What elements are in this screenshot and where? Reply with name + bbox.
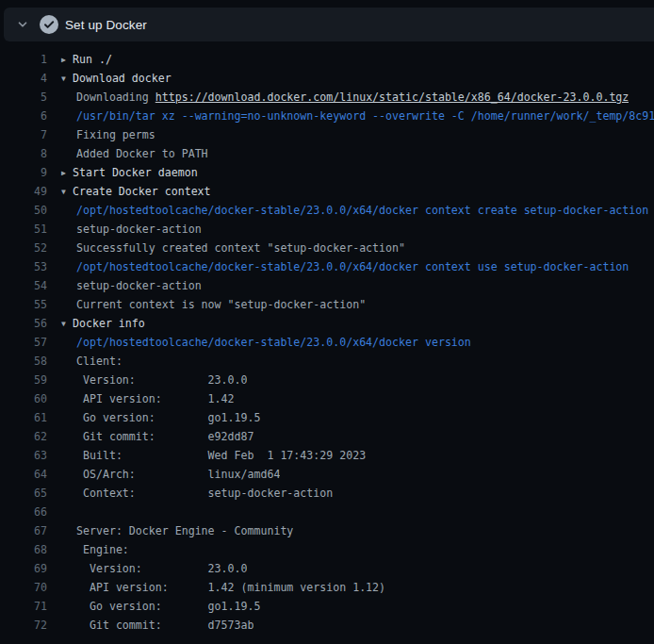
log-text-segment: Git commit: d7573ab: [76, 619, 253, 632]
log-line: 66: [0, 503, 654, 521]
log-text: Built: Wed Feb 1 17:43:29 2023: [47, 446, 366, 465]
line-number[interactable]: 70: [0, 578, 47, 597]
log-line: 69 Version: 23.0.0: [0, 559, 654, 578]
log-text: OS/Arch: linux/amd64: [47, 465, 280, 484]
log-line: 6/usr/bin/tar xz --warning=no-unknown-ke…: [0, 107, 654, 125]
line-number[interactable]: 50: [0, 201, 47, 220]
line-number[interactable]: 64: [0, 465, 47, 484]
line-number[interactable]: 49: [0, 182, 47, 201]
log-line: 50/opt/hostedtoolcache/docker-stable/23.…: [0, 201, 654, 220]
log-text-segment: Context: setup-docker-action: [76, 487, 333, 500]
log-text-segment: Added Docker to PATH: [76, 147, 208, 160]
log-command-text: /opt/hostedtoolcache/docker-stable/23.0.…: [76, 204, 648, 217]
chevron-down-icon[interactable]: [16, 18, 29, 31]
line-number[interactable]: 66: [0, 503, 47, 521]
log-command-text: /opt/hostedtoolcache/docker-stable/23.0.…: [76, 260, 629, 273]
line-number[interactable]: 58: [0, 352, 47, 371]
line-number[interactable]: 69: [0, 559, 47, 578]
log-line[interactable]: 9▶Start Docker daemon: [0, 163, 654, 182]
log-line: 71 Go version: go1.19.5: [0, 597, 654, 616]
log-text: setup-docker-action: [47, 276, 202, 295]
line-number[interactable]: 6: [0, 107, 47, 125]
line-number[interactable]: 56: [0, 314, 47, 333]
log-text: Version: 23.0.0: [47, 559, 247, 578]
log-container: 1▶Run ./4▼Download docker5Downloading ht…: [0, 41, 654, 635]
log-text: Engine:: [47, 540, 129, 559]
log-line[interactable]: 4▼Download docker: [0, 69, 654, 88]
log-line: 65 Context: setup-docker-action: [0, 484, 654, 503]
log-line[interactable]: 49▼Create Docker context: [0, 182, 654, 201]
line-number[interactable]: 72: [0, 616, 47, 635]
line-number[interactable]: 55: [0, 295, 47, 314]
line-number[interactable]: 67: [0, 521, 47, 540]
log-line: 53/opt/hostedtoolcache/docker-stable/23.…: [0, 257, 654, 276]
line-number[interactable]: 52: [0, 239, 47, 257]
group-header: ▼Download docker: [47, 69, 172, 88]
group-header: ▶Start Docker daemon: [47, 163, 198, 182]
log-line: 57/opt/hostedtoolcache/docker-stable/23.…: [0, 333, 654, 352]
log-text-segment: setup-docker-action: [76, 223, 202, 236]
group-expanded-icon[interactable]: ▼: [61, 315, 73, 334]
log-text-segment: setup-docker-action: [76, 279, 202, 292]
log-text-segment: Successfully created context "setup-dock…: [76, 241, 405, 255]
log-command-text: /opt/hostedtoolcache/docker-stable/23.0.…: [76, 336, 471, 349]
log-text: [47, 503, 76, 521]
log-text: setup-docker-action: [47, 220, 202, 239]
log-text: API version: 1.42 (minimum version 1.12): [47, 578, 385, 597]
line-number[interactable]: 5: [0, 88, 47, 107]
log-text: /opt/hostedtoolcache/docker-stable/23.0.…: [47, 201, 648, 220]
log-line: 8Added Docker to PATH: [0, 144, 654, 163]
log-text-segment: Version: 23.0.0: [76, 562, 247, 575]
log-text-segment: Engine:: [76, 543, 129, 556]
line-number[interactable]: 65: [0, 484, 47, 503]
step-header[interactable]: Set up Docker: [4, 8, 654, 41]
log-text: /opt/hostedtoolcache/docker-stable/23.0.…: [47, 333, 471, 352]
log-text: Client:: [47, 352, 123, 371]
status-check-icon: [40, 15, 58, 34]
log-line: 62 Git commit: e92dd87: [0, 427, 654, 446]
line-number[interactable]: 68: [0, 540, 47, 559]
log-line: 7Fixing perms: [0, 125, 654, 144]
log-line[interactable]: 56▼Docker info: [0, 314, 654, 333]
line-number[interactable]: 71: [0, 597, 47, 616]
group-label[interactable]: Docker info: [73, 317, 145, 330]
line-number[interactable]: 8: [0, 144, 47, 163]
line-number[interactable]: 54: [0, 276, 47, 295]
line-number[interactable]: 61: [0, 408, 47, 427]
group-label[interactable]: Start Docker daemon: [73, 166, 198, 179]
group-header: ▼Create Docker context: [47, 182, 211, 201]
line-number[interactable]: 53: [0, 257, 47, 276]
line-number[interactable]: 63: [0, 446, 47, 465]
log-text-segment: API version: 1.42 (minimum version 1.12): [76, 581, 385, 594]
line-number[interactable]: 51: [0, 220, 47, 239]
log-line: 58Client:: [0, 352, 654, 371]
group-collapsed-icon[interactable]: ▶: [61, 51, 73, 70]
log-line: 70 API version: 1.42 (minimum version 1.…: [0, 578, 654, 597]
line-number[interactable]: 57: [0, 333, 47, 352]
line-number[interactable]: 62: [0, 427, 47, 446]
log-line: 55Current context is now "setup-docker-a…: [0, 295, 654, 314]
log-text-segment: API version: 1.42: [76, 392, 235, 405]
log-line[interactable]: 1▶Run ./: [0, 50, 654, 69]
log-line: 63 Built: Wed Feb 1 17:43:29 2023: [0, 446, 654, 465]
group-label[interactable]: Run ./: [73, 53, 112, 66]
line-number[interactable]: 4: [0, 69, 47, 88]
log-text: Git commit: e92dd87: [47, 427, 253, 446]
line-number[interactable]: 9: [0, 163, 47, 182]
line-number[interactable]: 59: [0, 371, 47, 389]
line-number[interactable]: 60: [0, 389, 47, 408]
line-number[interactable]: 7: [0, 125, 47, 144]
log-line: 64 OS/Arch: linux/amd64: [0, 465, 654, 484]
line-number[interactable]: 1: [0, 50, 47, 69]
group-label[interactable]: Create Docker context: [73, 185, 211, 198]
log-line: 54setup-docker-action: [0, 276, 654, 295]
group-expanded-icon[interactable]: ▼: [61, 183, 73, 202]
group-collapsed-icon[interactable]: ▶: [61, 164, 73, 183]
log-text: /usr/bin/tar xz --warning=no-unknown-key…: [47, 107, 654, 125]
log-text-segment: Downloading: [76, 91, 155, 104]
group-label[interactable]: Download docker: [73, 72, 172, 85]
log-line: 72 Git commit: d7573ab: [0, 616, 654, 635]
log-link[interactable]: https://download.docker.com/linux/static…: [155, 91, 629, 104]
group-expanded-icon[interactable]: ▼: [61, 70, 73, 89]
log-text: /opt/hostedtoolcache/docker-stable/23.0.…: [47, 257, 629, 276]
